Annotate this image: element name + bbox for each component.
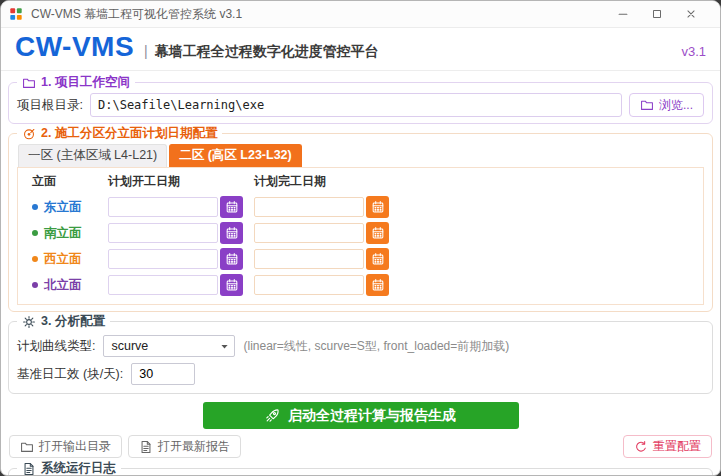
section-analysis: 3. 分析配置 计划曲线类型: scurve (linear=线性, scurv… (8, 321, 713, 394)
facade-rows: 东立面 南立面 西立面 (24, 195, 697, 297)
run-row: 启动全过程计算与报告生成 (1, 402, 720, 429)
calendar-icon (225, 226, 239, 240)
subtitle-separator: | (144, 43, 148, 59)
section-workspace-title: 1. 项目工作空间 (17, 74, 135, 91)
section-workspace: 1. 项目工作空间 项目根目录: 浏览... (8, 82, 713, 124)
curve-type-label: 计划曲线类型: (17, 338, 95, 355)
browse-button[interactable]: 浏览... (629, 93, 704, 117)
daily-rate-input[interactable] (131, 363, 195, 385)
finish-date-input[interactable] (254, 249, 364, 269)
minimize-button[interactable] (610, 3, 644, 26)
finish-date-picker-button[interactable] (366, 222, 389, 244)
calendar-icon (225, 278, 239, 292)
gear-icon (22, 315, 36, 329)
facade-label: 南立面 (44, 225, 82, 242)
minimize-icon (616, 7, 631, 22)
calendar-icon (371, 200, 385, 214)
calendar-icon (225, 252, 239, 266)
finish-date-input[interactable] (254, 275, 364, 295)
start-date-group (108, 248, 254, 270)
root-dir-input[interactable] (90, 93, 622, 117)
section-schedule: 2. 施工分区分立面计划日期配置 一区 (主体区域 L4-L21) 二区 (高区… (8, 133, 713, 312)
maximize-button[interactable] (644, 3, 678, 26)
daily-rate-label: 基准日工效 (块/天): (17, 366, 123, 383)
facade-row: 西立面 (32, 247, 697, 271)
main-content: 1. 项目工作空间 项目根目录: 浏览... 2. 施工分区分立面计划日期配置 … (1, 71, 720, 476)
open-report-button[interactable]: 打开最新报告 (128, 435, 241, 458)
finish-date-picker-button[interactable] (366, 248, 389, 270)
folder-icon (22, 76, 36, 90)
facade-label: 西立面 (44, 251, 82, 268)
section-schedule-title: 2. 施工分区分立面计划日期配置 (17, 125, 222, 142)
app-subtitle: |幕墙工程全过程数字化进度管控平台 (144, 43, 379, 61)
open-output-button[interactable]: 打开输出目录 (9, 435, 122, 458)
folder-icon (20, 440, 34, 454)
column-finish-date: 计划完工日期 (254, 173, 697, 190)
chevron-down-icon (219, 341, 230, 352)
start-date-input[interactable] (108, 197, 218, 217)
start-date-picker-button[interactable] (220, 222, 243, 244)
facade-bullet-icon (32, 204, 38, 210)
maximize-icon (650, 7, 665, 22)
reset-icon (634, 440, 648, 454)
finish-date-picker-button[interactable] (366, 196, 389, 218)
facade-label: 北立面 (44, 277, 82, 294)
subtitle-text: 幕墙工程全过程数字化进度管控平台 (155, 43, 379, 59)
curve-type-hint: (linear=线性, scurve=S型, front_loaded=前期加载… (243, 338, 509, 355)
utility-row: 打开输出目录 打开最新报告 重置配置 (1, 435, 720, 458)
section-analysis-title: 3. 分析配置 (17, 313, 110, 330)
app-grid-icon (9, 7, 24, 22)
start-date-group (108, 222, 254, 244)
app-window: CW-VMS 幕墙工程可视化管控系统 v3.1 CW-VMS |幕墙工程全过程数… (0, 0, 721, 476)
facade-bullet-icon (32, 256, 38, 262)
finish-date-group (254, 248, 697, 270)
calendar-icon (371, 252, 385, 266)
reset-config-button[interactable]: 重置配置 (623, 435, 712, 458)
facade-name: 东立面 (32, 199, 108, 216)
finish-date-group (254, 196, 697, 218)
start-date-picker-button[interactable] (220, 248, 243, 270)
root-dir-label: 项目根目录: (17, 97, 83, 114)
facade-row: 北立面 (32, 273, 697, 297)
facade-bullet-icon (32, 230, 38, 236)
start-date-picker-button[interactable] (220, 274, 243, 296)
start-date-input[interactable] (108, 223, 218, 243)
finish-date-picker-button[interactable] (366, 274, 389, 296)
document-icon (139, 440, 153, 454)
close-button[interactable] (678, 3, 712, 26)
facade-name: 北立面 (32, 277, 108, 294)
column-start-date: 计划开工日期 (108, 173, 254, 190)
facade-row: 南立面 (32, 221, 697, 245)
rocket-icon (265, 408, 280, 423)
app-header: CW-VMS |幕墙工程全过程数字化进度管控平台 v3.1 (1, 28, 720, 71)
column-facade: 立面 (32, 173, 108, 190)
section-log: 系统运行日志 系统就绪 请设置各分区各立面的计划开工/完工日期 (计划开工日期可… (8, 468, 713, 476)
facade-label: 东立面 (44, 199, 82, 216)
schedule-header-row: 立面 计划开工日期 计划完工日期 (24, 172, 697, 193)
close-icon (684, 7, 699, 22)
curve-type-select[interactable]: scurve (103, 335, 235, 357)
start-date-group (108, 274, 254, 296)
start-date-input[interactable] (108, 275, 218, 295)
start-date-input[interactable] (108, 249, 218, 269)
finish-date-group (254, 222, 697, 244)
zone-tabs: 一区 (主体区域 L4-L21) 二区 (高区 L23-L32) (18, 144, 704, 167)
window-title: CW-VMS 幕墙工程可视化管控系统 v3.1 (31, 6, 610, 23)
facade-name: 南立面 (32, 225, 108, 242)
tab-zone-1[interactable]: 一区 (主体区域 L4-L21) (18, 144, 167, 167)
run-button[interactable]: 启动全过程计算与报告生成 (203, 402, 519, 429)
finish-date-input[interactable] (254, 197, 364, 217)
facade-name: 西立面 (32, 251, 108, 268)
calendar-icon (225, 200, 239, 214)
tab-zone-2[interactable]: 二区 (高区 L23-L32) (169, 144, 302, 167)
folder-icon (640, 98, 654, 112)
log-document-icon (22, 462, 36, 476)
start-date-group (108, 196, 254, 218)
finish-date-input[interactable] (254, 223, 364, 243)
zone-tab-panel: 立面 计划开工日期 计划完工日期 东立面 南立面 (17, 167, 704, 305)
facade-row: 东立面 (32, 195, 697, 219)
start-date-picker-button[interactable] (220, 196, 243, 218)
version-label: v3.1 (681, 44, 706, 59)
section-log-title: 系统运行日志 (17, 460, 121, 476)
curve-type-value: scurve (111, 339, 148, 353)
